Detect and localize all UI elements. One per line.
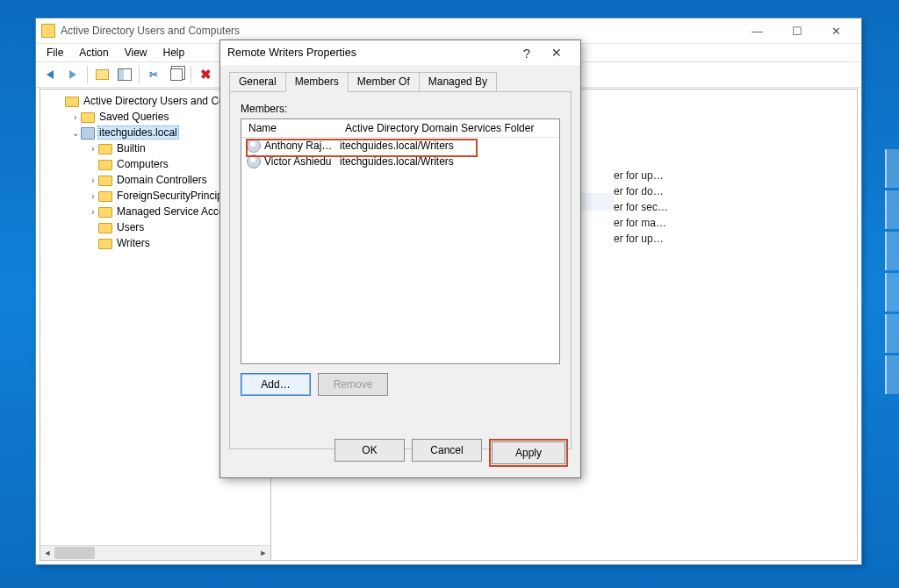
folder-icon — [65, 95, 79, 107]
user-icon — [247, 139, 261, 153]
list-item-fragment: er for up… — [614, 167, 664, 184]
tab-managedby[interactable]: Managed By — [419, 72, 497, 91]
edge-tile — [885, 232, 899, 270]
members-label: Members: — [241, 103, 560, 115]
tree-label: Writers — [115, 237, 152, 249]
column-name[interactable]: Name — [241, 122, 343, 134]
up-button[interactable] — [91, 64, 112, 85]
dialog-close-button[interactable]: ✕ — [540, 46, 573, 60]
ok-button[interactable]: OK — [334, 439, 405, 462]
folder-icon — [98, 174, 112, 186]
member-row[interactable]: Victor Ashiedu itechguides.local/Writers — [241, 154, 559, 169]
folder-up-icon — [96, 69, 109, 80]
dialog-titlebar[interactable]: Remote Writers Properties ? ✕ — [220, 40, 580, 65]
tree-label: Users — [115, 221, 146, 233]
delete-button[interactable]: ✖ — [195, 64, 216, 85]
menu-view[interactable]: View — [118, 45, 155, 61]
tree-label: Builtin — [115, 142, 147, 154]
highlight-annotation: Apply — [489, 439, 568, 467]
scroll-right-button[interactable]: ► — [256, 546, 270, 560]
member-name: Victor Ashiedu — [264, 155, 340, 168]
cancel-button[interactable]: Cancel — [412, 439, 482, 462]
edge-tile — [885, 273, 899, 312]
help-button[interactable]: ? — [514, 46, 540, 61]
tree-label: itechguides.local — [97, 125, 179, 140]
folder-icon — [98, 142, 112, 154]
close-button[interactable]: ✕ — [816, 21, 856, 40]
tree-label: Saved Queries — [97, 111, 170, 123]
folder-icon — [98, 190, 112, 202]
arrow-left-icon — [47, 70, 54, 79]
tabstrip: General Members Member Of Managed By — [220, 65, 580, 91]
member-path: itechguides.local/Writers — [340, 155, 559, 168]
panes-icon — [118, 68, 132, 81]
add-button[interactable]: Add… — [241, 373, 311, 396]
properties-dialog: Remote Writers Properties ? ✕ General Me… — [219, 39, 581, 478]
toolbar-separator — [87, 66, 88, 83]
folder-icon — [98, 205, 112, 218]
menu-action[interactable]: Action — [72, 45, 115, 61]
delete-icon: ✖ — [200, 67, 212, 82]
member-row[interactable]: Anthony Raj… itechguides.local/Writers — [241, 138, 559, 154]
scroll-track[interactable] — [54, 546, 256, 560]
expander-icon[interactable]: › — [88, 207, 98, 217]
list-item-fragment: er for sec… — [614, 198, 668, 216]
folder-icon — [98, 237, 112, 249]
list-item-fragment: er for ma… — [614, 214, 666, 232]
folder-icon — [98, 158, 112, 170]
show-hide-tree-button[interactable] — [114, 64, 135, 85]
dialog-footer: OK Cancel Apply — [334, 439, 568, 467]
tree-scrollbar[interactable]: ◄ ► — [40, 545, 270, 560]
members-list[interactable]: Name Active Directory Domain Services Fo… — [241, 118, 560, 364]
menu-file[interactable]: File — [40, 45, 70, 61]
tab-memberof[interactable]: Member Of — [348, 72, 420, 91]
tab-panel-members: Members: Name Active Directory Domain Se… — [229, 91, 572, 449]
tab-general[interactable]: General — [229, 72, 286, 91]
arrow-right-icon — [69, 70, 76, 79]
tab-members[interactable]: Members — [285, 72, 349, 92]
tree-label: Domain Controllers — [115, 174, 209, 186]
list-item-fragment: er for do… — [614, 183, 664, 200]
folder-icon — [81, 111, 95, 123]
scroll-left-button[interactable]: ◄ — [40, 546, 54, 560]
maximize-button[interactable]: ☐ — [777, 21, 816, 40]
column-path[interactable]: Active Directory Domain Services Folder — [343, 122, 559, 134]
menu-help[interactable]: Help — [156, 45, 192, 61]
expander-icon[interactable]: › — [88, 191, 98, 201]
copy-icon — [170, 68, 183, 81]
members-list-header: Name Active Directory Domain Services Fo… — [241, 119, 559, 138]
window-title: Active Directory Users and Computers — [61, 25, 737, 37]
tree-label: Computers — [115, 158, 170, 170]
back-button[interactable] — [40, 64, 61, 85]
remove-button: Remove — [318, 373, 388, 396]
member-buttons: Add… Remove — [241, 373, 560, 396]
expander-icon[interactable]: › — [70, 112, 81, 122]
toolbar-separator — [191, 66, 191, 83]
domain-icon — [81, 126, 95, 139]
folder-icon — [98, 221, 112, 233]
desktop-edge-tiles — [885, 149, 899, 394]
expander-icon[interactable]: › — [88, 176, 98, 185]
edge-tile — [885, 149, 899, 188]
app-icon — [41, 24, 55, 38]
list-item-fragment: er for up… — [614, 230, 664, 247]
edge-tile — [885, 190, 899, 229]
toolbar-separator — [139, 66, 140, 83]
minimize-button[interactable]: — — [737, 21, 777, 40]
user-icon — [247, 154, 261, 169]
edge-tile — [885, 314, 899, 353]
apply-button[interactable]: Apply — [492, 441, 565, 464]
edge-tile — [885, 355, 899, 394]
expander-icon[interactable]: › — [88, 144, 98, 154]
dialog-title: Remote Writers Properties — [227, 47, 514, 59]
expander-icon[interactable]: ⌄ — [70, 128, 81, 138]
forward-button[interactable] — [62, 64, 83, 85]
copy-button[interactable] — [166, 64, 187, 85]
scroll-thumb[interactable] — [54, 547, 95, 559]
cut-icon: ✂ — [149, 68, 158, 81]
member-path: itechguides.local/Writers — [340, 140, 559, 152]
member-name: Anthony Raj… — [264, 140, 340, 152]
cut-button[interactable]: ✂ — [143, 64, 164, 85]
